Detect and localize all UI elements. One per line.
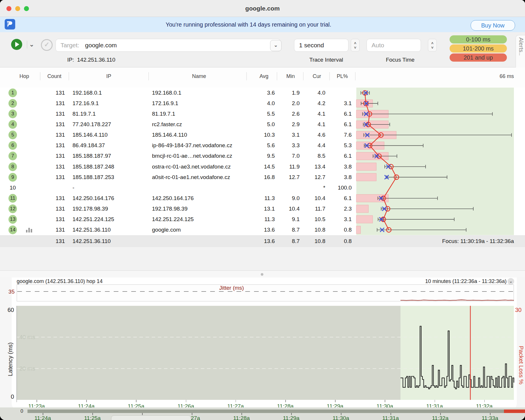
hop-table-header: Hop Count IP Name Avg Min Cur PL% 66 ms [0,67,525,88]
hop-table-body: 1131192.168.0.1192.168.0.13.61.94.021311… [0,88,525,235]
header-separator [148,72,149,80]
col-name[interactable]: Name [155,73,243,79]
timeline-pane: google.com (142.251.36.110) hop 14 10 mi… [0,277,525,420]
time-axis-label: 11:29a [283,415,300,420]
time-axis-label: 11:32a [432,415,449,420]
col-min[interactable]: Min [276,73,305,79]
chevron-down-icon[interactable]: ⌄ [29,41,34,48]
trace-interval-stepper[interactable]: ˄˅ [351,39,360,52]
focus-range-label: Focus: 11:30:19a - 11:32:36a [368,238,514,244]
toolbar: ⌄ ✓ Target: google.com ⌄ 1 second ˄˅ Aut… [0,32,525,67]
target-input[interactable]: Target: google.com [56,39,281,52]
trace-interval-label: Trace Interval [294,57,358,63]
summary-avg: 13.6 [251,238,275,244]
focus-time-input[interactable]: Auto [367,39,421,52]
axis-tick [241,413,242,415]
summary-pl: 0.8 [328,238,352,244]
ip-value: 142.251.36.110 [77,57,115,63]
time-axis-label: 11:33a [482,415,498,420]
target-value: google.com [85,42,117,48]
focus-time-label: Focus Time [367,57,434,63]
table-footer-space [0,247,525,270]
window-title: google.com [0,0,525,17]
splitter-handle[interactable] [261,273,263,276]
trial-message: You're running professional with 14 days… [0,17,497,32]
time-axis-label: 11:25a [84,415,101,420]
header-separator [246,72,247,80]
col-ip[interactable]: IP [74,73,144,79]
header-separator [69,72,69,80]
svg-text:40 ms: 40 ms [19,334,35,340]
col-pl[interactable]: PL% [328,73,357,79]
time-axis-label: 11:31a [382,415,399,420]
app-window: google.com You're running professional w… [0,0,525,420]
summary-count: 131 [44,238,65,244]
summary-row[interactable]: 131 142.251.36.110 13.6 8.7 10.8 0.8 Foc… [0,235,525,247]
legend-201-up: 201 and up [450,53,507,62]
legend-101-200ms: 101-200 ms [450,44,507,53]
axis-tick [92,413,93,415]
legend-0-100ms: 0-100 ms [450,35,507,44]
header-separator [277,72,277,80]
hop-whisker-chart [0,88,525,235]
horizontal-scrollbar-thumb[interactable] [111,415,191,420]
target-history-dropdown-button[interactable]: ⌄ [270,40,282,51]
svg-text:20 ms: 20 ms [19,365,35,372]
alerts-label[interactable]: Alerts.. [517,37,524,67]
axis-tick [142,413,143,415]
buy-now-button[interactable]: Buy Now [471,20,515,31]
axis-tick [341,413,341,415]
title-bar: google.com [0,0,525,17]
play-icon [15,42,19,47]
axis-tick [291,413,292,415]
time-axis-label: 11:28a [233,415,250,420]
time-axis-label: 11:24a [34,415,51,420]
time-axis-label: 11:30a [333,415,349,420]
summary-min: 8.7 [276,238,300,244]
col-avg[interactable]: Avg [249,73,279,79]
toolbar-divider [27,41,27,48]
header-separator [40,72,40,80]
summary-ip: 142.251.36.110 [72,238,111,244]
overview-timeline-strip[interactable]: 0 11:24a11:25a11:26a11:27a11:28a11:29a11… [0,407,525,420]
axis-tick [391,413,391,415]
axis-tick [192,413,192,415]
header-separator [329,72,330,80]
trace-interval-input[interactable]: 1 second [294,39,348,52]
col-cur[interactable]: Cur [302,73,331,79]
ip-label: IP: 142.251.36.110 [67,57,115,63]
col-hop[interactable]: Hop [14,73,34,79]
start-trace-button[interactable] [11,39,22,50]
focus-time-stepper[interactable]: ˄˅ [428,39,437,52]
latency-scale-label: 66 ms [455,73,514,79]
axis-tick [440,413,441,415]
target-placeholder: Target: [61,42,79,48]
latency-timeline-chart[interactable]: 40 ms20 ms [0,277,525,420]
axis-tick [43,413,43,415]
summary-cur: 10.8 [302,238,325,244]
pane-splitter[interactable] [0,270,525,278]
col-count[interactable]: Count [43,73,66,79]
header-separator [355,72,355,80]
trial-banner: You're running professional with 14 days… [0,17,525,32]
axis-tick [490,413,491,415]
check-circle-icon: ✓ [41,39,53,51]
header-separator [303,72,303,80]
